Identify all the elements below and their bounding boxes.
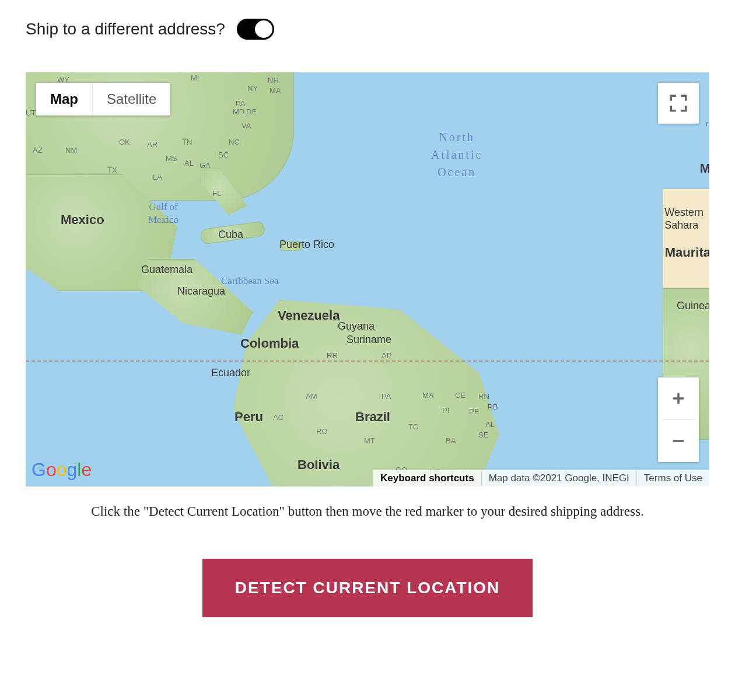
country-label: Mexico: [61, 212, 104, 228]
us-state-label: SC: [218, 150, 229, 159]
br-state-label: CE: [455, 391, 466, 400]
zoom-control: [658, 377, 699, 462]
map-type-map-button[interactable]: Map: [36, 83, 92, 116]
map-type-satellite-button[interactable]: Satellite: [93, 83, 170, 116]
toggle-knob: [255, 20, 272, 38]
country-label: Guyana: [338, 320, 374, 332]
us-state-label: AR: [147, 140, 158, 149]
us-state-label: AZ: [33, 146, 43, 155]
atlantic-label: North Atlantic Ocean: [431, 128, 482, 181]
country-label: Peru: [235, 410, 263, 425]
country-label: Suriname: [346, 334, 391, 346]
country-label: Venezuela: [278, 308, 340, 323]
fullscreen-button[interactable]: [658, 83, 699, 124]
br-state-label: RN: [478, 392, 489, 401]
map-attribution: Map data ©2021 Google, INEGI: [481, 470, 636, 487]
country-label: Ecuador: [211, 367, 250, 379]
keyboard-shortcuts-link[interactable]: Keyboard shortcuts: [373, 470, 481, 487]
br-state-label: PA: [382, 392, 391, 401]
br-state-label: PI: [442, 406, 449, 415]
gulf-label: Gulf of Mexico: [148, 201, 178, 226]
br-state-label: RO: [316, 427, 328, 436]
us-state-label: LA: [153, 173, 162, 181]
country-label: Puerto Rico: [279, 239, 334, 251]
us-state-label: OK: [119, 138, 130, 146]
detect-location-button[interactable]: DETECT CURRENT LOCATION: [202, 559, 533, 617]
us-state-label: NH: [268, 76, 279, 85]
ship-different-address-toggle[interactable]: [237, 19, 274, 40]
br-state-label: MA: [422, 391, 434, 400]
br-state-label: PE: [469, 407, 479, 416]
map-type-control: Map Satellite: [36, 83, 170, 116]
br-state-label: RR: [327, 351, 338, 360]
us-state-label: MS: [166, 154, 177, 163]
br-state-label: AL: [485, 420, 495, 429]
us-state-label: MA: [270, 86, 281, 95]
country-label: Cuba: [218, 229, 243, 241]
us-state-label: TN: [182, 138, 192, 146]
br-state-label: BA: [446, 436, 456, 445]
region-label: rt: [706, 119, 709, 128]
ship-different-address-label: Ship to a different address?: [26, 20, 225, 38]
br-state-label: AM: [306, 392, 317, 401]
zoom-in-button[interactable]: [658, 377, 699, 419]
plus-icon: [670, 390, 687, 407]
country-label: Maurita: [665, 245, 709, 260]
country-label: Bolivia: [298, 457, 340, 473]
us-state-label: UT: [26, 108, 36, 117]
country-label: Guinea: [677, 300, 709, 312]
us-state-label: AL: [184, 159, 194, 167]
us-state-label: MD: [233, 107, 244, 116]
br-state-label: AC: [273, 413, 284, 422]
zoom-out-button[interactable]: [658, 420, 699, 462]
us-state-label: NM: [65, 146, 77, 155]
country-label: M: [700, 161, 709, 176]
minus-icon: [670, 433, 687, 449]
br-state-label: MT: [364, 436, 375, 445]
caribbean-label: Caribbean Sea: [221, 275, 279, 287]
us-state-label: VA: [242, 121, 251, 130]
us-state-label: DE: [246, 107, 257, 116]
br-state-label: PB: [488, 402, 498, 411]
br-state-label: SE: [478, 430, 488, 439]
us-state-label: FL: [212, 189, 221, 198]
country-label: Guatemala: [141, 264, 192, 276]
br-state-label: TO: [408, 422, 419, 431]
us-state-label: NC: [229, 138, 240, 146]
country-label: Western Sahara: [664, 206, 704, 232]
us-state-label: TX: [107, 166, 117, 174]
country-label: Nicaragua: [177, 285, 225, 298]
ship-different-address-row: Ship to a different address?: [26, 19, 709, 40]
terms-link[interactable]: Terms of Use: [636, 470, 709, 487]
us-state-label: GA: [200, 161, 211, 170]
fullscreen-icon: [668, 93, 688, 113]
us-state-label: NY: [247, 84, 258, 93]
equator-line: [26, 360, 709, 362]
us-state-label: MI: [191, 74, 199, 82]
map-caption: Click the "Detect Current Location" butt…: [26, 504, 709, 519]
map[interactable]: WYMINHNYMAPAMDDEVAUTAZNMOKARTNNCSCMSALGA…: [26, 72, 709, 487]
google-logo: Google: [32, 459, 92, 481]
country-label: Colombia: [240, 336, 299, 351]
map-footer: Keyboard shortcuts Map data ©2021 Google…: [373, 470, 709, 487]
br-state-label: AP: [382, 351, 391, 360]
us-state-label: PA: [236, 99, 245, 108]
country-label: Brazil: [355, 410, 390, 425]
